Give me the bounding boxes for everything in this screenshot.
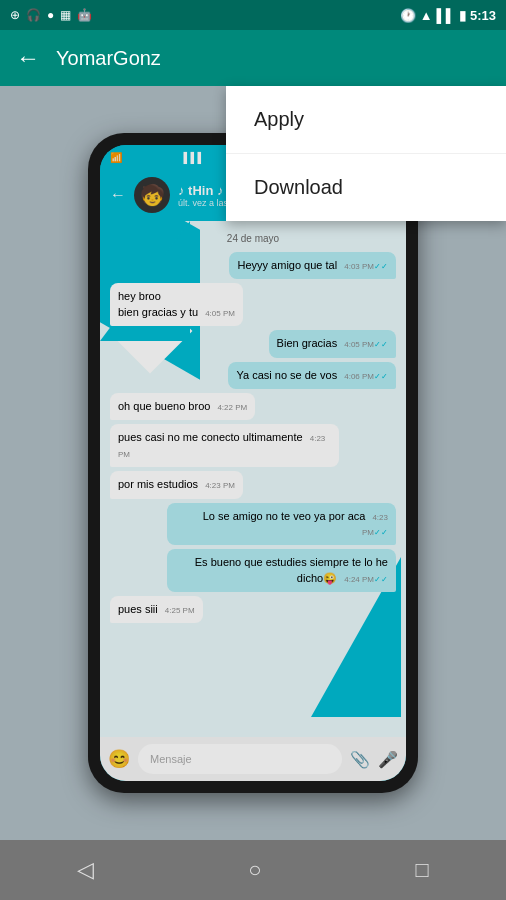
status-bar-left: ⊕ 🎧 ● ▦ 🤖	[10, 8, 92, 22]
clock-icon: 🕐	[400, 8, 416, 23]
sim-icon: ▦	[60, 8, 71, 22]
nav-recent-button[interactable]: □	[416, 857, 429, 883]
status-bar: ⊕ 🎧 ● ▦ 🤖 🕐 ▲ ▌▌ ▮ 5:13	[0, 0, 506, 30]
bottom-nav: ◁ ○ □	[0, 840, 506, 900]
spotify-icon: ●	[47, 8, 54, 22]
apply-menu-item[interactable]: Apply	[226, 86, 506, 154]
nav-back-button[interactable]: ◁	[77, 857, 94, 883]
page-title: YomarGonz	[56, 47, 490, 70]
top-bar: ← YomarGonz	[0, 30, 506, 86]
download-menu-item[interactable]: Download	[226, 154, 506, 221]
wifi-icon: ▲	[420, 8, 433, 23]
alarm-icon: ⊕	[10, 8, 20, 22]
back-button[interactable]: ←	[16, 44, 40, 72]
dropdown-menu: Apply Download	[226, 86, 506, 221]
signal-icon: ▌▌	[437, 8, 455, 23]
status-time: 5:13	[470, 8, 496, 23]
nav-home-button[interactable]: ○	[248, 857, 261, 883]
android-icon: 🤖	[77, 8, 92, 22]
status-bar-right: 🕐 ▲ ▌▌ ▮ 5:13	[400, 8, 496, 23]
battery-icon: ▮	[459, 8, 466, 23]
headset-icon: 🎧	[26, 8, 41, 22]
